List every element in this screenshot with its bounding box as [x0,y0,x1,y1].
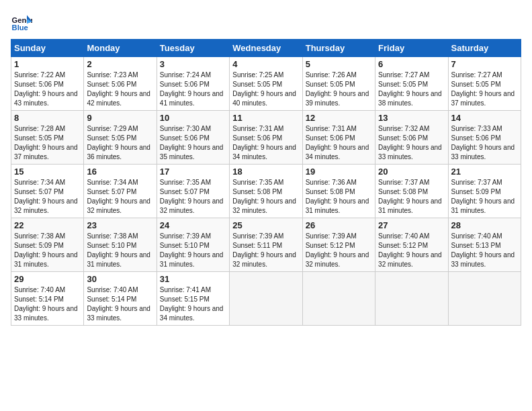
calendar-cell: 26Sunrise: 7:39 AMSunset: 5:12 PMDayligh… [302,218,375,272]
calendar-cell: 23Sunrise: 7:38 AMSunset: 5:10 PMDayligh… [84,218,157,272]
calendar-cell: 28Sunrise: 7:40 AMSunset: 5:13 PMDayligh… [448,218,521,272]
day-info: Sunrise: 7:27 AMSunset: 5:05 PMDaylight:… [378,71,442,107]
day-info: Sunrise: 7:25 AMSunset: 5:05 PMDaylight:… [232,71,296,107]
day-info: Sunrise: 7:40 AMSunset: 5:14 PMDaylight:… [14,286,78,322]
calendar-cell: 22Sunrise: 7:38 AMSunset: 5:09 PMDayligh… [11,218,84,272]
calendar-week-2: 15Sunrise: 7:34 AMSunset: 5:07 PMDayligh… [11,165,521,218]
day-info: Sunrise: 7:39 AMSunset: 5:11 PMDaylight:… [232,232,296,268]
calendar-cell: 27Sunrise: 7:40 AMSunset: 5:12 PMDayligh… [375,218,448,272]
col-tuesday: Tuesday [157,40,229,57]
calendar-cell [302,272,375,326]
day-number: 12 [306,113,372,123]
calendar-cell: 25Sunrise: 7:39 AMSunset: 5:11 PMDayligh… [230,218,302,272]
calendar-cell: 17Sunrise: 7:35 AMSunset: 5:07 PMDayligh… [157,165,229,218]
day-info: Sunrise: 7:37 AMSunset: 5:09 PMDaylight:… [451,179,515,214]
calendar-week-3: 22Sunrise: 7:38 AMSunset: 5:09 PMDayligh… [11,218,521,272]
day-info: Sunrise: 7:38 AMSunset: 5:10 PMDaylight:… [87,232,150,268]
page-container: General Blue Sunday Monday Tuesday Wedne… [0,0,532,331]
day-number: 1 [14,59,81,69]
day-number: 22 [14,220,81,230]
col-friday: Friday [375,40,448,57]
calendar-cell: 3Sunrise: 7:24 AMSunset: 5:06 PMDaylight… [157,57,229,111]
calendar-cell: 20Sunrise: 7:37 AMSunset: 5:08 PMDayligh… [375,165,448,218]
calendar-cell: 8Sunrise: 7:28 AMSunset: 5:05 PMDaylight… [11,111,84,165]
day-info: Sunrise: 7:36 AMSunset: 5:08 PMDaylight:… [306,179,369,214]
calendar-cell [448,272,521,326]
day-number: 29 [14,274,81,284]
calendar-cell: 24Sunrise: 7:39 AMSunset: 5:10 PMDayligh… [157,218,229,272]
day-info: Sunrise: 7:40 AMSunset: 5:13 PMDaylight:… [451,232,515,268]
calendar-cell: 31Sunrise: 7:41 AMSunset: 5:15 PMDayligh… [157,272,229,326]
day-number: 26 [306,220,372,230]
day-number: 14 [451,113,518,123]
day-number: 21 [451,167,518,177]
calendar-week-4: 29Sunrise: 7:40 AMSunset: 5:14 PMDayligh… [11,272,521,326]
logo: General Blue [11,11,36,32]
day-number: 13 [378,113,445,123]
calendar-cell: 30Sunrise: 7:40 AMSunset: 5:14 PMDayligh… [84,272,157,326]
day-info: Sunrise: 7:39 AMSunset: 5:10 PMDaylight:… [160,232,224,268]
col-thursday: Thursday [302,40,375,57]
calendar-cell: 29Sunrise: 7:40 AMSunset: 5:14 PMDayligh… [11,272,84,326]
calendar-cell: 10Sunrise: 7:30 AMSunset: 5:06 PMDayligh… [157,111,229,165]
day-info: Sunrise: 7:38 AMSunset: 5:09 PMDaylight:… [14,232,78,268]
day-number: 10 [160,113,226,123]
calendar-cell: 14Sunrise: 7:33 AMSunset: 5:06 PMDayligh… [448,111,521,165]
day-number: 11 [232,113,299,123]
col-monday: Monday [84,40,157,57]
svg-text:Blue: Blue [12,24,28,32]
day-info: Sunrise: 7:40 AMSunset: 5:12 PMDaylight:… [378,232,442,268]
calendar-cell: 1Sunrise: 7:22 AMSunset: 5:06 PMDaylight… [11,57,84,111]
day-info: Sunrise: 7:35 AMSunset: 5:07 PMDaylight:… [160,179,224,214]
calendar-cell: 6Sunrise: 7:27 AMSunset: 5:05 PMDaylight… [375,57,448,111]
day-number: 28 [451,220,518,230]
calendar-cell: 13Sunrise: 7:32 AMSunset: 5:06 PMDayligh… [375,111,448,165]
day-info: Sunrise: 7:35 AMSunset: 5:08 PMDaylight:… [232,179,296,214]
page-header: General Blue [11,11,521,32]
day-number: 8 [14,113,81,123]
day-info: Sunrise: 7:31 AMSunset: 5:06 PMDaylight:… [306,125,369,161]
calendar-cell: 16Sunrise: 7:34 AMSunset: 5:07 PMDayligh… [84,165,157,218]
day-number: 5 [306,59,372,69]
day-info: Sunrise: 7:28 AMSunset: 5:05 PMDaylight:… [14,125,78,161]
calendar-table: Sunday Monday Tuesday Wednesday Thursday… [11,39,521,326]
day-info: Sunrise: 7:31 AMSunset: 5:06 PMDaylight:… [232,125,296,161]
calendar-cell: 21Sunrise: 7:37 AMSunset: 5:09 PMDayligh… [448,165,521,218]
calendar-cell: 11Sunrise: 7:31 AMSunset: 5:06 PMDayligh… [230,111,302,165]
calendar-cell: 2Sunrise: 7:23 AMSunset: 5:06 PMDaylight… [84,57,157,111]
calendar-cell: 9Sunrise: 7:29 AMSunset: 5:05 PMDaylight… [84,111,157,165]
day-number: 4 [232,59,299,69]
col-sunday: Sunday [11,40,84,57]
day-number: 24 [160,220,226,230]
day-number: 3 [160,59,226,69]
day-info: Sunrise: 7:23 AMSunset: 5:06 PMDaylight:… [87,71,150,107]
day-number: 6 [378,59,445,69]
day-number: 17 [160,167,226,177]
day-number: 7 [451,59,518,69]
day-number: 16 [87,167,153,177]
day-info: Sunrise: 7:40 AMSunset: 5:14 PMDaylight:… [87,286,150,322]
header-row: Sunday Monday Tuesday Wednesday Thursday… [11,40,521,57]
col-saturday: Saturday [448,40,521,57]
day-number: 25 [232,220,299,230]
calendar-cell: 12Sunrise: 7:31 AMSunset: 5:06 PMDayligh… [302,111,375,165]
calendar-cell: 15Sunrise: 7:34 AMSunset: 5:07 PMDayligh… [11,165,84,218]
day-info: Sunrise: 7:30 AMSunset: 5:06 PMDaylight:… [160,125,224,161]
day-info: Sunrise: 7:22 AMSunset: 5:06 PMDaylight:… [14,71,78,107]
day-number: 19 [306,167,372,177]
day-info: Sunrise: 7:24 AMSunset: 5:06 PMDaylight:… [160,71,224,107]
day-info: Sunrise: 7:34 AMSunset: 5:07 PMDaylight:… [87,179,150,214]
calendar-week-1: 8Sunrise: 7:28 AMSunset: 5:05 PMDaylight… [11,111,521,165]
day-info: Sunrise: 7:33 AMSunset: 5:06 PMDaylight:… [451,125,515,161]
day-number: 27 [378,220,445,230]
day-number: 20 [378,167,445,177]
day-info: Sunrise: 7:32 AMSunset: 5:06 PMDaylight:… [378,125,442,161]
logo-icon: General Blue [11,11,32,32]
day-info: Sunrise: 7:39 AMSunset: 5:12 PMDaylight:… [306,232,369,268]
calendar-cell: 4Sunrise: 7:25 AMSunset: 5:05 PMDaylight… [230,57,302,111]
day-number: 2 [87,59,153,69]
calendar-cell: 18Sunrise: 7:35 AMSunset: 5:08 PMDayligh… [230,165,302,218]
calendar-cell [375,272,448,326]
day-info: Sunrise: 7:29 AMSunset: 5:05 PMDaylight:… [87,125,150,161]
calendar-cell: 7Sunrise: 7:27 AMSunset: 5:05 PMDaylight… [448,57,521,111]
